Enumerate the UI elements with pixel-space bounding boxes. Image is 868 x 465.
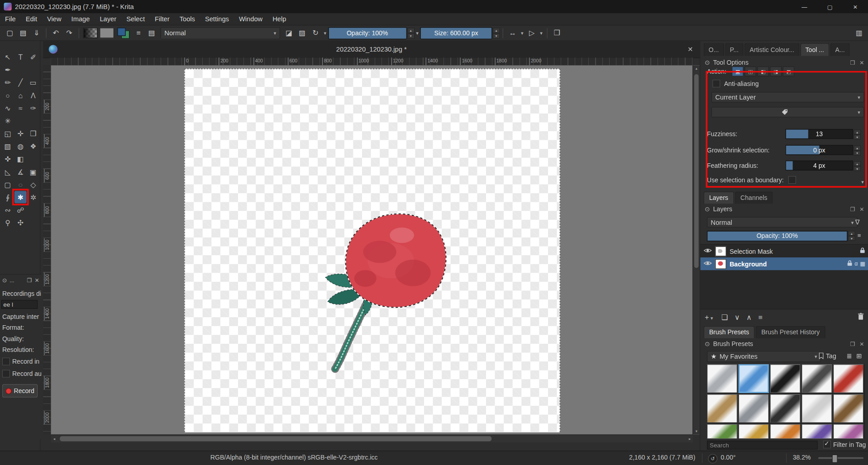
polygonal-selection-tool[interactable]: ◇ xyxy=(27,178,39,190)
smart-patch-tool[interactable]: ✜ xyxy=(2,153,14,165)
layer-opacity-spinner[interactable]: ▴▾ xyxy=(848,231,855,240)
brush-preset-5[interactable] xyxy=(833,364,863,393)
feathering-slider[interactable]: 4 px xyxy=(786,161,853,171)
minimize-button[interactable]: — xyxy=(792,0,817,13)
docker-scroll-icon[interactable]: ▾ xyxy=(860,180,866,185)
freehand-path-tool[interactable]: ≈ xyxy=(14,102,27,114)
grow-shrink-spinner[interactable]: ▴▾ xyxy=(854,146,861,155)
move-layer-up-button[interactable]: ∧ xyxy=(746,313,752,321)
rectangle-tool[interactable]: ▭ xyxy=(27,76,39,89)
grow-shrink-slider[interactable]: 0 px xyxy=(786,145,853,155)
selection-mode-intersect-button[interactable]: ◫ xyxy=(744,66,756,76)
ellipse-tool[interactable]: ○ xyxy=(2,89,14,101)
crop-tool[interactable]: ❒ xyxy=(27,127,39,139)
recordings-directory-input[interactable] xyxy=(1,300,38,309)
brush-preset-7[interactable] xyxy=(739,394,769,423)
vertical-scrollbar-thumb[interactable] xyxy=(694,74,699,268)
close-button[interactable]: ✕ xyxy=(843,0,868,13)
freehand-brush-tool[interactable]: ✏ xyxy=(2,76,14,89)
menu-edit[interactable]: Edit xyxy=(21,13,42,25)
fuzziness-spinner[interactable]: ▴▾ xyxy=(854,129,861,138)
polygon-tool[interactable]: ⌂ xyxy=(14,89,27,101)
brush-preset-15[interactable] xyxy=(833,424,863,438)
menu-window[interactable]: Window xyxy=(234,13,267,25)
undo-button[interactable]: ↶ xyxy=(49,27,62,39)
menu-help[interactable]: Help xyxy=(267,13,291,25)
redo-button[interactable]: ↷ xyxy=(62,27,76,39)
horizontal-mirror-button[interactable]: ↔ xyxy=(506,27,519,39)
pattern-tool[interactable]: ❖ xyxy=(27,140,39,152)
record-button[interactable]: Record xyxy=(2,384,38,397)
zoom-tool[interactable]: ⚲ xyxy=(2,217,14,229)
tab-layers[interactable]: Layers xyxy=(704,191,734,204)
brush-preset-11[interactable] xyxy=(707,424,737,438)
zoom-slider[interactable] xyxy=(818,457,863,459)
visibility-eye-icon[interactable] xyxy=(704,247,712,255)
duplicate-layer-button[interactable]: ❏ xyxy=(721,313,728,321)
trim-to-image-button[interactable]: ❒ xyxy=(550,27,563,39)
new-document-button[interactable]: ▢ xyxy=(3,27,16,39)
record-auto-checkbox[interactable] xyxy=(2,370,10,378)
vertical-scrollbar[interactable]: ▴ ▾ xyxy=(692,65,700,434)
gradient-chooser[interactable] xyxy=(83,28,97,38)
docker-float-icon[interactable]: ❐ xyxy=(27,277,32,283)
save-button[interactable]: ⇓ xyxy=(30,27,43,39)
sample-layer-dropdown[interactable]: Current Layer ▾ xyxy=(711,92,864,102)
brush-tag-dropdown[interactable]: ★ My Favorites ▾ xyxy=(707,351,821,362)
reference-images-tool[interactable]: ▣ xyxy=(27,166,39,178)
horizontal-scrollbar-thumb[interactable] xyxy=(60,436,491,441)
menu-filter[interactable]: Filter xyxy=(150,13,175,25)
selection-mode-subtract-button[interactable]: ◨ xyxy=(770,66,782,76)
brush-search-input[interactable] xyxy=(707,441,818,450)
magnetic-selection-tool[interactable]: ☍ xyxy=(14,204,27,216)
preset-view-grid-icon[interactable]: ⊞ xyxy=(856,352,862,360)
preserve-alpha-button[interactable]: ▨ xyxy=(296,27,309,39)
tab-brush-preset-history[interactable]: Brush Preset History xyxy=(756,326,825,338)
similar-color-selection-tool[interactable]: ✲ xyxy=(27,191,39,203)
selection-mode-add-button[interactable]: ◧ xyxy=(758,66,769,76)
brush-preset-3[interactable] xyxy=(770,364,800,393)
docker-collapse-icon[interactable]: ⊙ xyxy=(705,59,710,66)
size-spinner[interactable]: ▴▾ xyxy=(493,28,500,38)
spin-up-icon[interactable]: ▴ xyxy=(854,161,861,166)
reload-preset-button[interactable]: ↻ xyxy=(309,27,322,39)
docker-collapse-icon[interactable]: ⊙ xyxy=(705,340,710,347)
tab-brush-presets[interactable]: Brush Presets xyxy=(704,326,755,338)
canvas[interactable] xyxy=(184,69,560,432)
assistants-tool[interactable]: ◺ xyxy=(2,166,14,178)
add-layer-button[interactable]: +▾ xyxy=(705,313,715,321)
docker-tab-a[interactable]: A... xyxy=(830,43,849,56)
layer-opacity-slider[interactable]: Opacity: 100% xyxy=(707,231,848,241)
title-bar[interactable]: 20220320_120230.jpg (7.7 MiB) * - Krita … xyxy=(0,0,868,13)
canvas-viewport[interactable]: ▴ ▾ xyxy=(51,65,700,434)
layer-properties-button[interactable]: ≡ xyxy=(758,313,763,321)
chevron-down-icon[interactable]: ▾ xyxy=(415,30,420,36)
scroll-down-icon[interactable]: ▾ xyxy=(693,428,700,435)
contiguous-selection-tool[interactable]: ✱ xyxy=(14,191,27,203)
docker-float-icon[interactable]: ❐ xyxy=(850,341,855,346)
chevron-down-icon[interactable]: ▾ xyxy=(519,30,525,36)
menu-settings[interactable]: Settings xyxy=(200,13,234,25)
line-tool[interactable]: ╱ xyxy=(14,76,27,89)
brush-preset-4[interactable] xyxy=(801,364,832,393)
foreground-background-colors[interactable] xyxy=(117,27,130,39)
menu-layer[interactable]: Layer xyxy=(95,13,121,25)
select-shapes-tool[interactable]: ↖ xyxy=(2,51,14,63)
spin-up-icon[interactable]: ▴ xyxy=(848,231,855,236)
menu-file[interactable]: File xyxy=(0,13,21,25)
vertical-mirror-button[interactable]: ▷ xyxy=(525,27,538,39)
docker-collapse-icon[interactable]: ⊙ xyxy=(705,206,710,213)
brush-preset-12[interactable] xyxy=(739,424,769,438)
docker-close-icon[interactable]: ✕ xyxy=(859,206,864,212)
anti-aliasing-checkbox[interactable] xyxy=(712,80,720,87)
delete-layer-button[interactable] xyxy=(858,313,864,322)
tab-channels[interactable]: Channels xyxy=(735,191,773,204)
menu-select[interactable]: Select xyxy=(121,13,150,25)
pan-tool[interactable]: ✣ xyxy=(14,217,27,229)
spin-down-icon[interactable]: ▾ xyxy=(493,33,500,38)
brush-preset-14[interactable] xyxy=(801,424,832,438)
opacity-spinner[interactable]: ▴▾ xyxy=(407,28,415,38)
spin-down-icon[interactable]: ▾ xyxy=(407,33,415,38)
docker-float-icon[interactable]: ❐ xyxy=(850,60,855,66)
brush-preset-6[interactable] xyxy=(707,394,737,423)
